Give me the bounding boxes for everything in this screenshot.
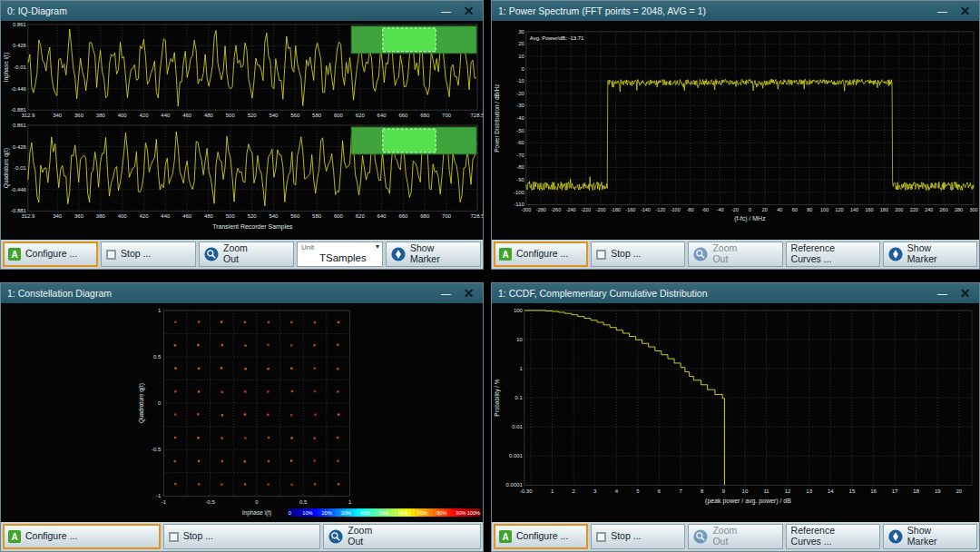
svg-text:-100: -100 <box>671 207 681 212</box>
zoom-out-label: Zoom Out <box>223 243 248 264</box>
close-icon[interactable]: ✕ <box>457 285 480 301</box>
svg-text:520: 520 <box>248 113 258 118</box>
svg-text:-120: -120 <box>655 207 665 212</box>
svg-text:1: 1 <box>520 366 524 371</box>
svg-text:90%: 90% <box>456 510 466 516</box>
stop-label: Stop ... <box>611 531 641 542</box>
stop-button[interactable]: Stop ... <box>591 524 685 549</box>
svg-text:(f-fc) / MHz: (f-fc) / MHz <box>734 215 766 222</box>
show-marker-button[interactable]: Show Marker <box>883 524 977 549</box>
configure-label: Configure ... <box>25 531 77 542</box>
svg-text:-20: -20 <box>516 91 524 96</box>
svg-text:0.5: 0.5 <box>153 354 162 360</box>
minimize-button[interactable]: — <box>435 285 457 301</box>
svg-text:0.426: 0.426 <box>13 43 27 48</box>
svg-text:540: 540 <box>269 213 279 219</box>
svg-text:620: 620 <box>356 113 366 118</box>
configure-button[interactable]: A Configure ... <box>494 242 588 267</box>
zoom-out-button[interactable]: Zoom Out <box>323 524 481 549</box>
svg-text:700: 700 <box>442 213 452 219</box>
svg-text:0: 0 <box>158 400 162 406</box>
stop-label: Stop ... <box>183 531 213 542</box>
svg-text:460: 460 <box>182 113 192 118</box>
reference-curves-button[interactable]: Reference Curves ... <box>786 524 880 549</box>
window-ccdf: 1: CCDF, Complementary Cumulative Distri… <box>491 282 980 552</box>
minimize-button[interactable]: — <box>931 285 954 301</box>
svg-text:728.5: 728.5 <box>471 113 483 118</box>
unit-dropdown[interactable]: Unit TSamples ▾ <box>297 242 383 267</box>
svg-text:500: 500 <box>226 113 236 118</box>
marker-icon <box>888 529 903 544</box>
svg-text:-180: -180 <box>611 207 621 212</box>
stop-icon <box>596 532 606 542</box>
stop-button[interactable]: Stop ... <box>101 242 196 267</box>
svg-text:0: 0 <box>255 499 259 505</box>
configure-label: Configure ... <box>516 531 568 542</box>
svg-text:-0.01: -0.01 <box>14 165 26 171</box>
svg-text:312.9: 312.9 <box>21 113 35 118</box>
svg-text:-200: -200 <box>596 207 606 212</box>
window-iq-diagram: 0: IQ-Diagram — ✕ 312.934036038040042044… <box>0 0 484 270</box>
svg-text:480: 480 <box>204 213 214 219</box>
configure-button[interactable]: A Configure ... <box>494 524 588 549</box>
svg-text:0.861: 0.861 <box>13 123 27 128</box>
zoom-out-label: Zoom Out <box>712 526 737 547</box>
iq-plot-area: 312.934036038040042044046048050052054056… <box>1 21 483 240</box>
configure-label: Configure ... <box>25 249 77 260</box>
show-marker-label: Show Marker <box>907 243 937 264</box>
configure-a-icon: A <box>8 248 21 261</box>
svg-text:400: 400 <box>118 113 128 118</box>
svg-text:-0.5: -0.5 <box>205 499 215 505</box>
svg-text:600: 600 <box>334 213 344 219</box>
zoom-out-icon <box>693 247 708 261</box>
stop-label: Stop ... <box>121 249 151 260</box>
close-icon[interactable]: ✕ <box>457 3 480 19</box>
svg-text:-0.3: -0.3 <box>520 488 530 494</box>
svg-text:70%: 70% <box>417 510 427 516</box>
svg-text:540: 540 <box>269 113 279 118</box>
zoom-out-button[interactable]: Zoom Out <box>688 524 782 549</box>
zoom-out-button[interactable]: Zoom Out <box>688 242 782 267</box>
show-marker-button[interactable]: Show Marker <box>386 242 481 267</box>
svg-text:0: 0 <box>529 488 533 494</box>
constellation-window-title: 1: Constellation Diagram <box>7 288 435 299</box>
svg-text:120: 120 <box>836 207 844 212</box>
svg-text:-1: -1 <box>156 493 162 498</box>
svg-text:10%: 10% <box>302 510 312 516</box>
svg-text:360: 360 <box>74 213 84 219</box>
minimize-button[interactable]: — <box>931 3 954 19</box>
svg-text:580: 580 <box>312 213 322 219</box>
iq-toolbar: A Configure ... Stop ... Zoom Out Unit T… <box>1 240 483 269</box>
reference-curves-button[interactable]: Reference Curves ... <box>786 242 880 267</box>
show-marker-button[interactable]: Show Marker <box>883 242 977 267</box>
svg-text:-10: -10 <box>516 78 524 84</box>
configure-button[interactable]: A Configure ... <box>3 524 161 549</box>
svg-text:4: 4 <box>615 488 619 494</box>
close-icon[interactable]: ✕ <box>954 285 976 301</box>
svg-text:0: 0 <box>289 510 291 516</box>
spectrum-titlebar: 1: Power Spectrum (FFT points = 2048, AV… <box>492 1 979 21</box>
svg-text:200: 200 <box>895 207 903 212</box>
svg-text:600: 600 <box>334 113 344 118</box>
minimize-button[interactable]: — <box>435 3 457 19</box>
zoom-out-button[interactable]: Zoom Out <box>199 242 294 267</box>
svg-text:13: 13 <box>806 488 812 494</box>
configure-button[interactable]: A Configure ... <box>3 242 98 267</box>
svg-text:660: 660 <box>398 113 408 118</box>
stop-button[interactable]: Stop ... <box>591 242 685 267</box>
svg-text:-300: -300 <box>521 207 531 212</box>
svg-text:Power Distribution / dB/Hz: Power Distribution / dB/Hz <box>494 84 500 153</box>
svg-text:520: 520 <box>248 213 258 219</box>
svg-text:-90: -90 <box>516 177 524 182</box>
svg-text:-20: -20 <box>731 207 739 212</box>
svg-text:480: 480 <box>204 113 214 118</box>
stop-button[interactable]: Stop ... <box>163 524 321 549</box>
close-icon[interactable]: ✕ <box>954 3 976 19</box>
svg-text:240: 240 <box>925 207 933 212</box>
constellation-toolbar: A Configure ... Stop ... Zoom Out <box>1 522 483 551</box>
svg-text:460: 460 <box>182 213 192 219</box>
svg-text:0.1: 0.1 <box>515 395 524 400</box>
configure-a-icon: A <box>499 530 512 543</box>
svg-text:14: 14 <box>828 488 834 494</box>
svg-text:-220: -220 <box>581 207 591 212</box>
